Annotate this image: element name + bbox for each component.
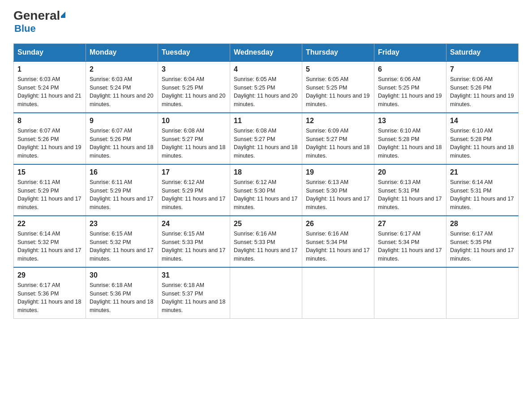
calendar-cell: 27Sunrise: 6:17 AMSunset: 5:34 PMDayligh… [374,216,446,267]
day-number: 25 [234,220,298,228]
calendar-table: SundayMondayTuesdayWednesdayThursdayFrid… [13,43,519,319]
day-number: 29 [17,271,82,279]
calendar-cell: 20Sunrise: 6:13 AMSunset: 5:31 PMDayligh… [374,164,446,216]
calendar-cell: 9Sunrise: 6:07 AMSunset: 5:26 PMDaylight… [86,113,158,164]
day-info: Sunrise: 6:05 AMSunset: 5:25 PMDaylight:… [306,75,370,109]
day-number: 7 [450,65,515,73]
calendar-cell: 21Sunrise: 6:14 AMSunset: 5:31 PMDayligh… [446,164,519,216]
weekday-header-thursday: Thursday [302,43,374,61]
day-info: Sunrise: 6:07 AMSunset: 5:26 PMDaylight:… [17,127,82,160]
calendar-cell [230,267,302,319]
day-number: 30 [90,271,154,279]
weekday-header-saturday: Saturday [446,43,519,61]
calendar-cell: 24Sunrise: 6:15 AMSunset: 5:33 PMDayligh… [158,216,230,267]
day-info: Sunrise: 6:06 AMSunset: 5:26 PMDaylight:… [450,75,515,109]
day-number: 12 [306,117,370,125]
day-info: Sunrise: 6:03 AMSunset: 5:24 PMDaylight:… [90,75,154,109]
day-number: 27 [378,220,442,228]
calendar-cell: 30Sunrise: 6:18 AMSunset: 5:36 PMDayligh… [86,267,158,319]
day-info: Sunrise: 6:12 AMSunset: 5:30 PMDaylight:… [234,178,298,212]
calendar-cell: 8Sunrise: 6:07 AMSunset: 5:26 PMDaylight… [14,113,86,164]
calendar-cell [374,267,446,319]
weekday-header-tuesday: Tuesday [158,43,230,61]
day-info: Sunrise: 6:08 AMSunset: 5:27 PMDaylight:… [162,127,226,160]
day-info: Sunrise: 6:15 AMSunset: 5:33 PMDaylight:… [162,230,226,263]
calendar-cell [302,267,374,319]
calendar-cell: 17Sunrise: 6:12 AMSunset: 5:29 PMDayligh… [158,164,230,216]
week-row-5: 29Sunrise: 6:17 AMSunset: 5:36 PMDayligh… [14,267,519,319]
day-number: 11 [234,117,298,125]
day-info: Sunrise: 6:17 AMSunset: 5:36 PMDaylight:… [17,281,82,315]
day-number: 28 [450,220,515,228]
day-number: 23 [90,220,154,228]
day-info: Sunrise: 6:11 AMSunset: 5:29 PMDaylight:… [90,178,154,212]
day-info: Sunrise: 6:12 AMSunset: 5:29 PMDaylight:… [162,178,226,212]
day-number: 31 [162,271,226,279]
logo: General Blue [13,9,65,34]
day-info: Sunrise: 6:08 AMSunset: 5:27 PMDaylight:… [234,127,298,160]
day-info: Sunrise: 6:14 AMSunset: 5:31 PMDaylight:… [450,178,515,212]
calendar-cell: 4Sunrise: 6:05 AMSunset: 5:25 PMDaylight… [230,61,302,113]
calendar-cell: 14Sunrise: 6:10 AMSunset: 5:28 PMDayligh… [446,113,519,164]
logo-blue: Blue [14,23,36,34]
day-number: 18 [234,168,298,176]
calendar-cell: 1Sunrise: 6:03 AMSunset: 5:24 PMDaylight… [14,61,86,113]
day-info: Sunrise: 6:15 AMSunset: 5:32 PMDaylight:… [90,230,154,263]
day-info: Sunrise: 6:06 AMSunset: 5:25 PMDaylight:… [378,75,442,109]
day-number: 21 [450,168,515,176]
day-info: Sunrise: 6:03 AMSunset: 5:24 PMDaylight:… [17,75,82,109]
calendar-cell: 18Sunrise: 6:12 AMSunset: 5:30 PMDayligh… [230,164,302,216]
calendar-cell: 26Sunrise: 6:16 AMSunset: 5:34 PMDayligh… [302,216,374,267]
calendar-cell: 11Sunrise: 6:08 AMSunset: 5:27 PMDayligh… [230,113,302,164]
logo-general: General [13,9,65,23]
calendar-cell: 3Sunrise: 6:04 AMSunset: 5:25 PMDaylight… [158,61,230,113]
day-info: Sunrise: 6:17 AMSunset: 5:34 PMDaylight:… [378,230,442,263]
day-number: 22 [17,220,82,228]
day-info: Sunrise: 6:07 AMSunset: 5:26 PMDaylight:… [90,127,154,160]
week-row-3: 15Sunrise: 6:11 AMSunset: 5:29 PMDayligh… [14,164,519,216]
day-number: 13 [378,117,442,125]
weekday-header-wednesday: Wednesday [230,43,302,61]
calendar-cell: 23Sunrise: 6:15 AMSunset: 5:32 PMDayligh… [86,216,158,267]
day-number: 24 [162,220,226,228]
weekday-header-friday: Friday [374,43,446,61]
day-number: 17 [162,168,226,176]
calendar-cell: 22Sunrise: 6:14 AMSunset: 5:32 PMDayligh… [14,216,86,267]
day-number: 6 [378,65,442,73]
day-info: Sunrise: 6:14 AMSunset: 5:32 PMDaylight:… [17,230,82,263]
day-info: Sunrise: 6:13 AMSunset: 5:31 PMDaylight:… [378,178,442,212]
calendar-cell: 28Sunrise: 6:17 AMSunset: 5:35 PMDayligh… [446,216,519,267]
day-number: 10 [162,117,226,125]
day-number: 2 [90,65,154,73]
week-row-1: 1Sunrise: 6:03 AMSunset: 5:24 PMDaylight… [14,61,519,113]
calendar-cell: 5Sunrise: 6:05 AMSunset: 5:25 PMDaylight… [302,61,374,113]
calendar-cell: 2Sunrise: 6:03 AMSunset: 5:24 PMDaylight… [86,61,158,113]
calendar-cell [446,267,519,319]
day-number: 8 [17,117,82,125]
calendar-cell: 25Sunrise: 6:16 AMSunset: 5:33 PMDayligh… [230,216,302,267]
day-number: 4 [234,65,298,73]
day-number: 19 [306,168,370,176]
calendar-cell: 10Sunrise: 6:08 AMSunset: 5:27 PMDayligh… [158,113,230,164]
calendar-cell: 7Sunrise: 6:06 AMSunset: 5:26 PMDaylight… [446,61,519,113]
day-info: Sunrise: 6:16 AMSunset: 5:34 PMDaylight:… [306,230,370,263]
day-info: Sunrise: 6:18 AMSunset: 5:37 PMDaylight:… [162,281,226,315]
day-info: Sunrise: 6:13 AMSunset: 5:30 PMDaylight:… [306,178,370,212]
calendar-cell: 31Sunrise: 6:18 AMSunset: 5:37 PMDayligh… [158,267,230,319]
calendar-cell: 6Sunrise: 6:06 AMSunset: 5:25 PMDaylight… [374,61,446,113]
weekday-header-sunday: Sunday [14,43,86,61]
day-number: 5 [306,65,370,73]
day-info: Sunrise: 6:16 AMSunset: 5:33 PMDaylight:… [234,230,298,263]
day-info: Sunrise: 6:17 AMSunset: 5:35 PMDaylight:… [450,230,515,263]
day-info: Sunrise: 6:04 AMSunset: 5:25 PMDaylight:… [162,75,226,109]
calendar-cell: 13Sunrise: 6:10 AMSunset: 5:28 PMDayligh… [374,113,446,164]
day-number: 1 [17,65,82,73]
day-number: 20 [378,168,442,176]
day-info: Sunrise: 6:18 AMSunset: 5:36 PMDaylight:… [90,281,154,315]
calendar-cell: 12Sunrise: 6:09 AMSunset: 5:27 PMDayligh… [302,113,374,164]
day-info: Sunrise: 6:10 AMSunset: 5:28 PMDaylight:… [450,127,515,160]
calendar-cell: 16Sunrise: 6:11 AMSunset: 5:29 PMDayligh… [86,164,158,216]
day-number: 15 [17,168,82,176]
weekday-header-monday: Monday [86,43,158,61]
calendar-cell: 19Sunrise: 6:13 AMSunset: 5:30 PMDayligh… [302,164,374,216]
